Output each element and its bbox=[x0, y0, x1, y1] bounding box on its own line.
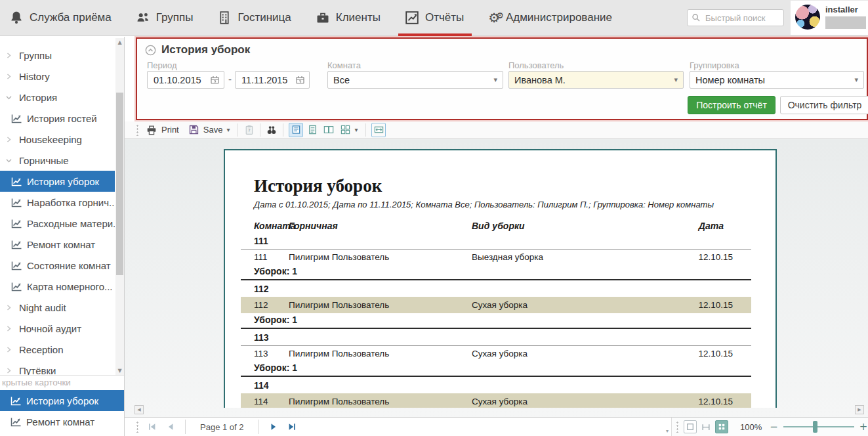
sidebar-item-label: Ремонт комнат bbox=[27, 239, 95, 250]
report-group-row: 114 bbox=[241, 378, 751, 393]
sidebar-item[interactable]: История гостей bbox=[0, 108, 115, 129]
user-role-block bbox=[825, 16, 866, 29]
grouping-select[interactable]: Номер комнаты ▾ bbox=[690, 71, 864, 89]
zoom-out-button[interactable]: − bbox=[770, 421, 778, 433]
single-page-view-button[interactable] bbox=[289, 123, 303, 137]
fit-width-button[interactable] bbox=[699, 420, 713, 433]
report-viewer: История уборок Дата с 01.10.2015; Дата п… bbox=[125, 139, 868, 417]
period-label: Период bbox=[147, 60, 177, 70]
chevron-right-icon[interactable] bbox=[6, 347, 12, 353]
report-group-divider bbox=[241, 328, 751, 329]
chevron-down-icon[interactable] bbox=[6, 95, 12, 100]
report-cell-type: Сухая уборка bbox=[472, 397, 688, 406]
nav-reception-desk[interactable]: Служба приёма bbox=[9, 0, 112, 36]
nav-groups[interactable]: Группы bbox=[136, 0, 194, 36]
save-label: Save bbox=[203, 125, 223, 135]
scroll-up-icon[interactable]: ▲ bbox=[115, 38, 124, 47]
calendar-icon[interactable] bbox=[211, 76, 219, 84]
clear-filter-button[interactable]: Очистить фильтр bbox=[780, 96, 868, 114]
page-width-button[interactable] bbox=[371, 123, 386, 137]
report-data-row: 111Пилигрим ПользовательВыездная уборка1… bbox=[241, 249, 751, 265]
collapse-left-icon[interactable]: ◀ bbox=[134, 405, 144, 414]
view-mode-dropdown-icon[interactable]: ▾ bbox=[354, 126, 358, 133]
sidebar-item[interactable]: Состояние комнат bbox=[0, 255, 115, 276]
report-group-row: 112 bbox=[241, 282, 751, 297]
main-area: История уборок Период - Комната Все ▾ По… bbox=[125, 36, 868, 436]
chevron-right-icon[interactable] bbox=[6, 305, 12, 311]
sidebar-item[interactable]: Ремонт комнат bbox=[0, 411, 124, 432]
user-card[interactable]: installer bbox=[791, 1, 868, 35]
collapse-panel-icon[interactable] bbox=[145, 45, 156, 56]
sidebar-item[interactable]: История уборок bbox=[0, 390, 124, 411]
save-dropdown-icon[interactable]: ▾ bbox=[226, 126, 230, 133]
date-from-field[interactable] bbox=[147, 71, 224, 89]
nav-clients[interactable]: Клиенты bbox=[316, 0, 381, 36]
sidebar-scrollbar[interactable]: ▲ ▼ bbox=[115, 38, 124, 375]
save-button[interactable]: Save bbox=[188, 124, 223, 135]
separator bbox=[185, 420, 186, 434]
date-to-field[interactable] bbox=[235, 71, 310, 89]
chevron-down-icon[interactable] bbox=[6, 158, 12, 164]
chevron-right-icon[interactable] bbox=[6, 53, 12, 58]
zoom-page-button[interactable] bbox=[684, 420, 697, 433]
print-button[interactable]: Print bbox=[146, 124, 179, 136]
toolbar-drag-handle[interactable] bbox=[136, 124, 139, 136]
report-data-row: 114Пилигрим ПользовательСухая уборка12.1… bbox=[241, 393, 751, 408]
sidebar-item[interactable]: Reception bbox=[0, 339, 115, 360]
previous-page-button[interactable] bbox=[166, 422, 175, 431]
sidebar-item[interactable]: Карта номерного... bbox=[0, 276, 115, 297]
chart-icon bbox=[11, 282, 22, 292]
date-to-input[interactable] bbox=[240, 74, 296, 86]
sidebar-item[interactable]: Ремонт комнат bbox=[0, 234, 115, 255]
scroll-down-icon[interactable]: ▼ bbox=[115, 366, 124, 375]
nav-reports[interactable]: Отчёты bbox=[405, 0, 464, 36]
sidebar-item[interactable]: Housekeeping bbox=[0, 129, 115, 150]
sidebar-item[interactable]: История уборок bbox=[0, 171, 115, 192]
report-summary-row: Уборок: 1 bbox=[241, 265, 751, 278]
sidebar-item[interactable]: Наработка горнич... bbox=[0, 192, 115, 213]
user-label: Пользователь bbox=[508, 60, 564, 70]
chevron-right-icon[interactable] bbox=[6, 368, 12, 374]
sidebar-item[interactable]: Ночной аудит bbox=[0, 318, 115, 339]
zoom-slider-thumb[interactable] bbox=[813, 421, 817, 433]
chevron-right-icon[interactable] bbox=[6, 137, 12, 142]
facing-pages-view-button[interactable] bbox=[321, 123, 336, 137]
zoom-grid-button[interactable] bbox=[715, 420, 728, 433]
find-button[interactable] bbox=[266, 124, 278, 136]
scrollbar-thumb[interactable] bbox=[116, 93, 123, 275]
sidebar-item[interactable]: Night audit bbox=[0, 297, 115, 318]
user-select[interactable]: Иванова М. ▾ bbox=[508, 71, 684, 89]
zoom-slider[interactable] bbox=[783, 426, 854, 427]
sidebar-item[interactable]: Горничные bbox=[0, 150, 115, 171]
report-table: КомнатаГорничнаяВид уборкиДата111111Пили… bbox=[241, 218, 751, 408]
room-select[interactable]: Все ▾ bbox=[327, 71, 503, 89]
first-page-button[interactable] bbox=[148, 422, 157, 431]
build-report-button[interactable]: Построить отчёт bbox=[688, 96, 775, 114]
zoom-drag-handle[interactable] bbox=[676, 421, 679, 433]
splitter-icon[interactable]: ▾ bbox=[666, 428, 669, 436]
search-input[interactable] bbox=[704, 12, 776, 24]
sidebar-item[interactable]: Группы bbox=[0, 45, 115, 66]
continuous-view-button[interactable] bbox=[305, 123, 320, 137]
report-group-row: 111 bbox=[241, 234, 751, 249]
chevron-right-icon[interactable] bbox=[6, 74, 12, 79]
sidebar-item[interactable]: History bbox=[0, 66, 115, 87]
sidebar-item-label: Карта номерного... bbox=[27, 281, 113, 292]
date-from-input[interactable] bbox=[152, 74, 211, 86]
zoom-in-button[interactable]: + bbox=[859, 421, 868, 433]
sidebar-item[interactable]: Расходные матери... bbox=[0, 213, 115, 234]
nav-administration[interactable]: ⚙⚙ Администрирование bbox=[488, 0, 612, 36]
divider bbox=[0, 375, 124, 376]
next-page-button[interactable] bbox=[269, 422, 278, 431]
sidebar-item[interactable]: История bbox=[0, 87, 115, 108]
nav-hotel[interactable]: Гостиница bbox=[217, 0, 291, 36]
sidebar-item[interactable]: Путёвки bbox=[0, 360, 115, 375]
quick-search[interactable] bbox=[687, 9, 784, 26]
chevron-right-icon[interactable] bbox=[6, 326, 12, 332]
collapse-right-icon[interactable]: ▶ bbox=[855, 405, 864, 414]
pager-drag-handle[interactable] bbox=[136, 421, 139, 433]
sidebar-item-label: History bbox=[19, 71, 50, 82]
last-page-button[interactable] bbox=[287, 422, 297, 431]
multi-page-view-button[interactable] bbox=[338, 123, 352, 137]
calendar-icon[interactable] bbox=[296, 76, 304, 84]
